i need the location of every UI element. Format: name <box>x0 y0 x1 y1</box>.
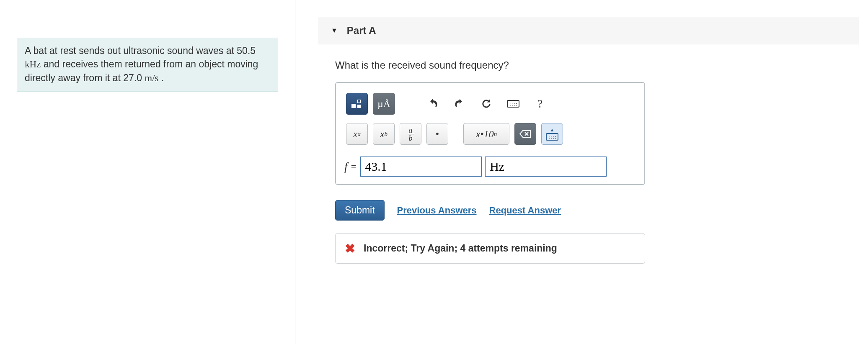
dot-button[interactable]: • <box>426 123 448 145</box>
problem-freq: 50.5 <box>237 45 256 56</box>
equation-editor: µÅ ? <box>335 82 645 185</box>
dot-icon: • <box>436 128 439 140</box>
keyboard-icon <box>507 100 519 108</box>
redo-button[interactable] <box>449 93 470 115</box>
answer-unit-input[interactable] <box>485 157 607 177</box>
request-answer-link[interactable]: Request Answer <box>489 205 561 216</box>
answer-variable: f <box>344 160 348 173</box>
equals-sign: = <box>351 161 356 172</box>
problem-freq-unit: kHz <box>25 59 41 69</box>
fraction-button[interactable]: ab <box>400 123 421 145</box>
superscript-button[interactable]: xa <box>346 123 368 145</box>
chevron-up-icon: ▲ <box>550 127 555 132</box>
scientific-notation-button[interactable]: x•10n <box>463 123 509 145</box>
templates-icon <box>351 100 362 108</box>
templates-button[interactable] <box>346 93 368 115</box>
keyboard-blue-button[interactable]: ▲ <box>541 123 563 145</box>
collapse-triangle-icon: ▼ <box>331 27 338 34</box>
undo-icon <box>427 98 439 110</box>
feedback-message: Incorrect; Try Again; 4 attempts remaini… <box>364 243 557 254</box>
undo-button[interactable] <box>422 93 444 115</box>
subscript-button[interactable]: xb <box>373 123 395 145</box>
reset-button[interactable] <box>475 93 497 115</box>
feedback-box: ✖ Incorrect; Try Again; 4 attempts remai… <box>335 233 645 264</box>
redo-icon <box>454 98 465 110</box>
answer-row: f = <box>344 157 636 177</box>
problem-speed-unit: m/s <box>145 73 158 83</box>
backspace-icon <box>519 130 532 138</box>
problem-text-3: . <box>159 72 164 83</box>
incorrect-icon: ✖ <box>345 241 355 256</box>
reset-icon <box>480 98 492 110</box>
submit-button[interactable]: Submit <box>335 200 385 221</box>
part-label: Part A <box>347 25 376 36</box>
backspace-button[interactable] <box>514 123 536 145</box>
help-button[interactable]: ? <box>529 93 551 115</box>
problem-text: A bat at rest sends out ultrasonic sound… <box>25 45 237 56</box>
units-button[interactable]: µÅ <box>373 93 395 115</box>
help-icon: ? <box>537 97 542 110</box>
answer-value-input[interactable] <box>360 157 482 177</box>
problem-speed: 27.0 <box>123 72 145 83</box>
keyboard-button[interactable] <box>502 93 524 115</box>
keyboard-icon <box>546 133 558 141</box>
part-header[interactable]: ▼ Part A <box>318 17 859 44</box>
question-prompt: What is the received sound frequency? <box>335 59 842 71</box>
column-divider <box>295 0 295 344</box>
previous-answers-link[interactable]: Previous Answers <box>397 205 477 216</box>
units-label: µÅ <box>377 98 390 110</box>
problem-statement: A bat at rest sends out ultrasonic sound… <box>17 38 278 92</box>
